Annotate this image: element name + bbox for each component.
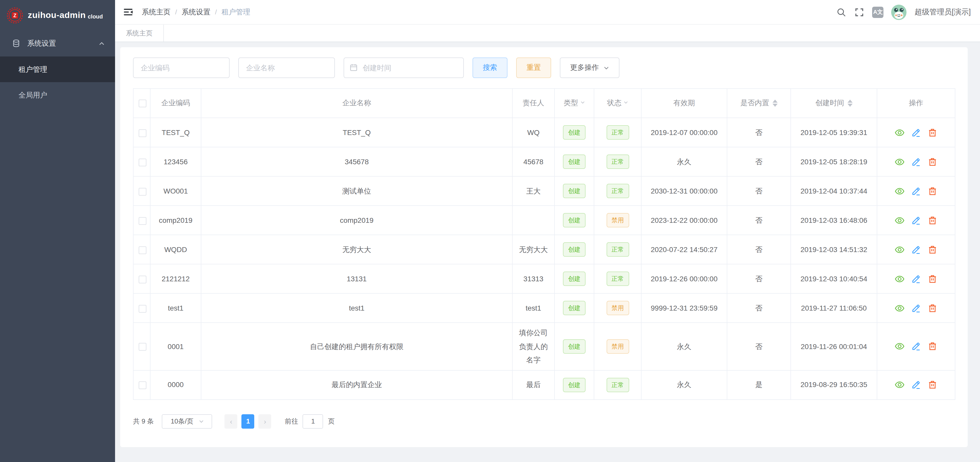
- type-tag: 创建: [563, 271, 585, 286]
- column-header-builtin[interactable]: 是否内置: [727, 89, 791, 118]
- column-header-name: 企业名称: [201, 89, 512, 118]
- column-label: 责任人: [523, 98, 544, 107]
- next-page-button[interactable]: ›: [259, 414, 272, 429]
- company-name-input[interactable]: [238, 57, 335, 78]
- view-icon[interactable]: [895, 380, 905, 390]
- reset-button[interactable]: 重置: [516, 57, 551, 78]
- tab-system-home[interactable]: 系统主页: [115, 25, 164, 41]
- view-icon[interactable]: [895, 127, 905, 137]
- row-checkbox[interactable]: [139, 187, 146, 195]
- delete-icon[interactable]: [928, 186, 937, 196]
- avatar[interactable]: [891, 4, 907, 20]
- edit-icon[interactable]: [911, 127, 921, 137]
- cell-status: 禁用: [594, 206, 641, 235]
- table-body: TEST_QTEST_QWQ创建正常2019-12-07 00:00:00否20…: [133, 118, 955, 400]
- row-checkbox[interactable]: [139, 158, 146, 166]
- view-icon[interactable]: [895, 186, 905, 196]
- row-checkbox[interactable]: [139, 217, 146, 225]
- row-checkbox[interactable]: [139, 382, 146, 389]
- column-label: 企业名称: [342, 98, 371, 107]
- hamburger-collapse-icon[interactable]: [123, 7, 134, 17]
- cell-select: [133, 176, 150, 206]
- table-row: comp2019comp2019创建禁用2023-12-22 00:00:00否…: [133, 206, 955, 235]
- cell-owner: WQ: [512, 118, 554, 147]
- sidebar-item-global-users[interactable]: 全局用户: [0, 82, 115, 108]
- status-tag: 正常: [606, 242, 629, 257]
- cell-validity: 2020-07-22 14:50:27: [641, 235, 727, 264]
- sort-caret-icon: [772, 100, 777, 107]
- fullscreen-icon[interactable]: [854, 7, 865, 17]
- delete-icon[interactable]: [928, 215, 937, 225]
- company-code-input[interactable]: [133, 57, 229, 78]
- view-icon[interactable]: [895, 215, 905, 225]
- view-icon[interactable]: [895, 157, 905, 167]
- create-time-input[interactable]: [344, 57, 464, 78]
- column-header-owner: 责任人: [512, 89, 554, 118]
- cell-created: 2019-12-05 19:39:31: [791, 118, 877, 147]
- row-checkbox[interactable]: [139, 343, 146, 351]
- table-row: 21212121313131313创建正常2019-12-26 00:00:00…: [133, 264, 955, 294]
- pagination: 共 9 条 10条/页 ‹ 1 › 前往 页: [133, 414, 955, 429]
- delete-icon[interactable]: [928, 244, 937, 254]
- status-tag: 禁用: [606, 301, 629, 315]
- cell-name: 13131: [201, 264, 512, 294]
- sidebar-item-tenant-management[interactable]: 租户管理: [0, 56, 115, 82]
- view-icon[interactable]: [895, 244, 905, 254]
- row-checkbox[interactable]: [139, 246, 146, 254]
- sidebar-item-system-settings[interactable]: 系统设置: [0, 31, 115, 56]
- page-size-select[interactable]: 10条/页: [162, 414, 212, 429]
- edit-icon[interactable]: [911, 341, 921, 351]
- cell-select: [133, 147, 150, 176]
- cell-select: [133, 235, 150, 264]
- row-checkbox[interactable]: [139, 275, 146, 283]
- select-all-checkbox[interactable]: [139, 100, 146, 108]
- delete-icon[interactable]: [928, 341, 937, 351]
- cell-created: 2019-11-27 11:06:50: [791, 294, 877, 322]
- edit-icon[interactable]: [911, 303, 921, 313]
- breadcrumb-item[interactable]: 系统主页: [142, 8, 170, 17]
- column-header-code: 企业编码: [150, 89, 201, 118]
- tab-label: 系统主页: [126, 29, 153, 38]
- edit-icon[interactable]: [911, 380, 921, 390]
- edit-icon[interactable]: [911, 186, 921, 196]
- column-header-status[interactable]: 状态: [594, 89, 641, 118]
- search-button[interactable]: 搜索: [473, 57, 508, 78]
- column-header-type[interactable]: 类型: [554, 89, 594, 118]
- edit-icon[interactable]: [911, 157, 921, 167]
- delete-icon[interactable]: [928, 274, 937, 284]
- cell-type: 创建: [554, 147, 594, 176]
- language-switch-icon[interactable]: A文: [872, 6, 884, 18]
- view-icon[interactable]: [895, 274, 905, 284]
- prev-page-button[interactable]: ‹: [225, 414, 237, 429]
- cell-type: 创建: [554, 264, 594, 294]
- goto-page-input[interactable]: [303, 414, 323, 429]
- row-checkbox[interactable]: [139, 129, 146, 137]
- filter-caret-icon: [624, 100, 628, 105]
- cell-created: 2019-12-03 10:40:54: [791, 264, 877, 294]
- search-icon[interactable]: [837, 7, 847, 17]
- page-number-button[interactable]: 1: [242, 414, 255, 429]
- column-header-created[interactable]: 创建时间: [791, 89, 877, 118]
- delete-icon[interactable]: [928, 303, 937, 313]
- cell-code: WQDD: [150, 235, 201, 264]
- delete-icon[interactable]: [928, 380, 937, 390]
- cell-select: [133, 294, 150, 322]
- view-icon[interactable]: [895, 303, 905, 313]
- view-icon[interactable]: [895, 341, 905, 351]
- edit-icon[interactable]: [911, 244, 921, 254]
- edit-icon[interactable]: [911, 215, 921, 225]
- column-label: 类型: [564, 98, 578, 107]
- cell-code: test1: [150, 294, 201, 322]
- edit-icon[interactable]: [911, 274, 921, 284]
- breadcrumb-item[interactable]: 系统设置: [181, 8, 210, 17]
- current-user-name[interactable]: 超级管理员[演示]: [915, 7, 971, 17]
- cell-code: 0001: [150, 322, 201, 370]
- column-header-select[interactable]: [133, 89, 150, 118]
- delete-icon[interactable]: [928, 157, 937, 167]
- filter-caret-icon: [580, 100, 585, 105]
- row-checkbox[interactable]: [139, 305, 146, 312]
- cell-validity: 2023-12-22 00:00:00: [641, 206, 727, 235]
- cell-status: 禁用: [594, 294, 641, 322]
- delete-icon[interactable]: [928, 127, 937, 137]
- more-actions-button[interactable]: 更多操作: [560, 57, 619, 78]
